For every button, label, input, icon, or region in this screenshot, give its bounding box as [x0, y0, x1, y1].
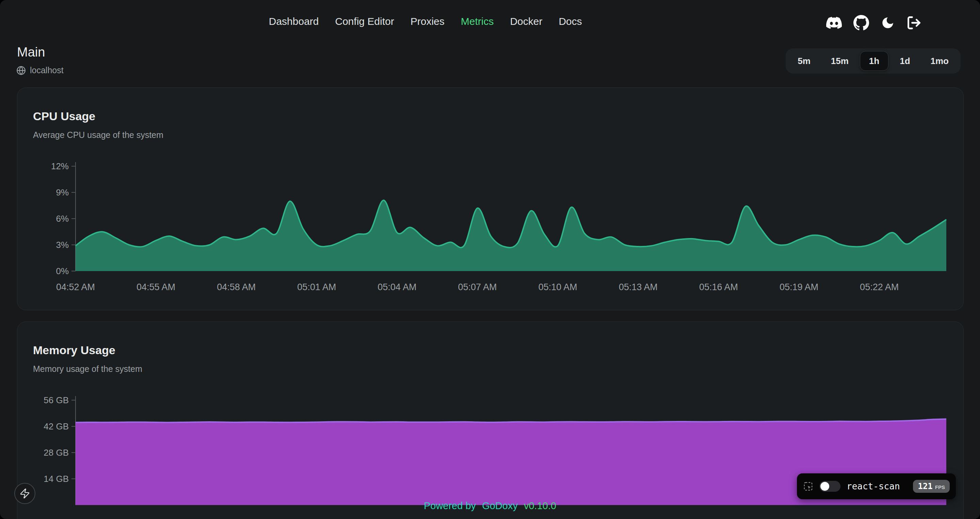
cpu-usage-xlabel: 04:55 AM — [137, 282, 175, 292]
time-range-15m[interactable]: 15m — [822, 51, 858, 71]
logout-button[interactable] — [907, 15, 921, 30]
theme-toggle-button[interactable] — [881, 16, 895, 30]
discord-icon — [826, 15, 842, 30]
footer: Powered by GoDoxy v0.10.0 — [0, 500, 980, 511]
fps-value: 121 — [918, 482, 932, 491]
header-icons — [826, 15, 921, 30]
quick-actions-button[interactable] — [14, 483, 35, 504]
top-nav: DashboardConfig EditorProxiesMetricsDock… — [269, 16, 582, 27]
cpu-usage-xlabel: 05:10 AM — [538, 282, 577, 292]
memory-usage-ytick: 56 GB — [43, 395, 69, 405]
memory-usage-ytick: 42 GB — [43, 421, 69, 431]
nav-item-proxies[interactable]: Proxies — [410, 16, 444, 27]
time-range-5m[interactable]: 5m — [788, 51, 820, 71]
cpu-usage-svg: 0%3%6%9%12%04:52 AM04:55 AM04:58 AM05:01… — [18, 88, 963, 310]
memory-usage-line — [76, 419, 946, 423]
time-range-1d[interactable]: 1d — [891, 51, 919, 71]
nav-item-docker[interactable]: Docker — [510, 16, 542, 27]
react-scan-inspect-button[interactable] — [803, 481, 813, 492]
nav-item-config-editor[interactable]: Config Editor — [335, 16, 394, 27]
cpu-usage-xlabel: 04:58 AM — [217, 282, 256, 292]
globe-icon — [16, 66, 26, 75]
cpu-usage-xlabel: 05:16 AM — [699, 282, 738, 292]
cpu-usage-xlabel: 05:19 AM — [780, 282, 818, 292]
cpu-usage-ytick: 3% — [56, 240, 69, 250]
nav-item-docs[interactable]: Docs — [559, 16, 582, 27]
cpu-usage-ytick: 6% — [56, 214, 69, 224]
cpu-usage-xlabel: 05:22 AM — [860, 282, 899, 292]
memory-usage-ytick: 14 GB — [43, 474, 69, 484]
cpu-usage-ytick: 0% — [56, 266, 69, 276]
cpu-usage-xlabel: 05:01 AM — [298, 282, 336, 292]
discord-button[interactable] — [826, 15, 842, 30]
cpu-usage-chart: 0%3%6%9%12%04:52 AM04:55 AM04:58 AM05:01… — [18, 88, 963, 310]
cpu-usage-xlabel: 05:13 AM — [619, 282, 657, 292]
fps-badge: 121 FPS — [913, 480, 950, 493]
cpu-usage-xlabel: 05:07 AM — [458, 282, 497, 292]
nav-item-dashboard[interactable]: Dashboard — [269, 16, 319, 27]
react-scan-toggle[interactable] — [819, 481, 840, 492]
time-range-1h[interactable]: 1h — [860, 51, 888, 71]
host-row: localhost — [16, 65, 64, 75]
hostname-label: localhost — [30, 65, 64, 75]
cpu-usage-ytick: 12% — [51, 161, 69, 171]
cpu-usage-xlabel: 04:52 AM — [56, 282, 95, 292]
react-scan-toolbar: react-scan 121 FPS — [797, 473, 956, 499]
page-title: Main — [17, 45, 45, 60]
react-scan-label: react-scan — [846, 481, 907, 492]
time-range-selector: 5m15m1h1d1mo — [786, 48, 961, 73]
fps-unit: FPS — [935, 484, 945, 490]
toggle-knob — [821, 482, 829, 491]
github-icon — [853, 15, 869, 30]
app-root: DashboardConfig EditorProxiesMetricsDock… — [0, 0, 980, 519]
version-text: v0.10.0 — [524, 500, 556, 511]
lightning-bolt-icon — [19, 488, 30, 499]
nav-item-metrics[interactable]: Metrics — [461, 16, 494, 27]
inspect-icon — [803, 481, 813, 492]
cpu-usage-ytick: 9% — [56, 187, 69, 198]
dark-mode-moon-icon — [881, 16, 895, 30]
memory-usage-ytick: 28 GB — [43, 447, 69, 458]
cpu-usage-xlabel: 05:04 AM — [378, 282, 417, 292]
logout-icon — [907, 15, 921, 30]
github-button[interactable] — [853, 15, 869, 30]
cpu-usage-card: CPU Usage Average CPU usage of the syste… — [17, 88, 964, 310]
godoxy-link[interactable]: GoDoxy — [482, 500, 518, 511]
powered-by-text: Powered by — [424, 500, 476, 511]
time-range-1mo[interactable]: 1mo — [921, 51, 958, 71]
